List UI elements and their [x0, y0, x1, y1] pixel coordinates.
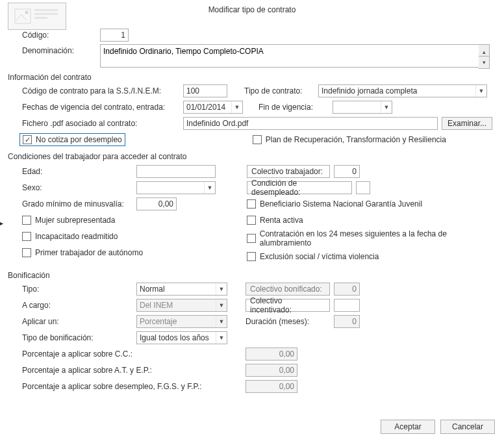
colectivo-trab-button[interactable]: Colectivo trabajador:: [247, 165, 330, 178]
aceptar-button[interactable]: Aceptar: [381, 420, 435, 434]
checkbox-icon: [247, 252, 256, 261]
bon-tipo-select[interactable]: Normal ▼: [136, 283, 227, 296]
aplicar-select: Porcentaje ▼: [136, 315, 227, 328]
col-bonif-label: Colectivo bonificado:: [246, 283, 330, 296]
contratacion24-checkbox[interactable]: Contratación en los 24 meses siguientes …: [247, 229, 496, 247]
chevron-down-icon: ▼: [475, 85, 486, 97]
fecha-entrada-value: 01/01/2014: [184, 103, 231, 112]
tipo-bonif-value: Igual todos los años: [137, 333, 216, 342]
svg-rect-4: [34, 17, 47, 19]
pct-cc-input: [246, 348, 297, 361]
template-icon: [8, 3, 66, 30]
checkbox-icon: [22, 248, 31, 257]
svg-rect-2: [34, 9, 58, 11]
chevron-down-icon: ▼: [204, 182, 215, 194]
grado-input[interactable]: [136, 197, 177, 210]
duracion-input: [334, 315, 360, 328]
sexo-label: Sexo:: [22, 183, 136, 192]
checkbox-icon: [247, 199, 256, 209]
fichero-input[interactable]: [183, 117, 438, 130]
plan-checkbox[interactable]: Plan de Recuperación, Transformación y R…: [253, 135, 446, 144]
incapacitado-label: Incapacitado readmitido: [35, 232, 118, 241]
bon-tipo-value: Normal: [137, 285, 216, 294]
mujer-checkbox[interactable]: Mujer subrepresentada: [22, 216, 115, 225]
col-incent-input[interactable]: [334, 299, 360, 312]
exclusion-checkbox[interactable]: Exclusión social / víctima violencia: [247, 252, 379, 261]
acargo-label: A cargo:: [22, 301, 136, 310]
svg-point-1: [25, 11, 29, 14]
tipo-bonif-label: Tipo de bonificación:: [22, 333, 136, 342]
colectivo-trab-input[interactable]: [334, 165, 360, 178]
mujer-label: Mujer subrepresentada: [35, 216, 115, 225]
acargo-value: Del INEM: [137, 301, 216, 310]
chevron-down-icon: ▼: [216, 316, 227, 327]
section-condiciones: Condiciones del trabajador para acceder …: [8, 152, 496, 161]
aplicar-value: Porcentaje: [137, 317, 216, 326]
fin-vigencia-select[interactable]: ▼: [333, 101, 392, 114]
edad-label: Edad:: [22, 167, 136, 176]
pct-des-input: [246, 380, 297, 393]
contratacion24-label: Contratación en los 24 meses siguientes …: [260, 229, 496, 247]
fecha-entrada-select[interactable]: 01/01/2014 ▼: [183, 101, 243, 114]
grado-label: Grado mínimo de minusvalía:: [22, 199, 136, 209]
plan-label: Plan de Recuperación, Transformación y R…: [266, 135, 446, 144]
edad-input[interactable]: [136, 165, 216, 178]
renta-label: Renta activa: [260, 216, 303, 225]
codigo-ss-label: Código de contrato para la S.S./I.N.E.M:: [22, 86, 183, 95]
incapacitado-checkbox[interactable]: Incapacitado readmitido: [22, 232, 118, 241]
cancelar-button[interactable]: Cancelar: [440, 420, 495, 434]
svg-rect-3: [34, 13, 58, 15]
tipo-contrato-select[interactable]: Indefinido jornada completa ▼: [318, 84, 487, 97]
codigo-input[interactable]: [100, 29, 129, 42]
col-bonif-input: [334, 283, 360, 296]
renta-checkbox[interactable]: Renta activa: [247, 216, 303, 225]
scroll-down-button[interactable]: ▾: [479, 56, 490, 69]
chevron-down-icon: ▼: [216, 299, 227, 311]
codigo-label: Código:: [22, 31, 100, 40]
chevron-down-icon: ▼: [216, 332, 227, 344]
tipo-bonif-select[interactable]: Igual todos los años ▼: [136, 331, 227, 344]
denominacion-label: Denominación:: [22, 44, 100, 55]
checkbox-icon: [247, 234, 256, 243]
no-cotiza-label: No cotiza por desempleo: [36, 135, 122, 144]
fin-vigencia-label: Fin de vigencia:: [258, 103, 333, 112]
expand-arrow-icon[interactable]: ▸: [0, 220, 5, 227]
beneficiario-checkbox[interactable]: Beneficiario Sistema Nacional Garantía J…: [247, 199, 422, 209]
tipo-contrato-label: Tipo de contrato:: [244, 86, 318, 95]
pct-cc-label: Porcentaje a aplicar sobre C.C.:: [22, 349, 246, 359]
pct-at-input: [246, 364, 297, 377]
acargo-select: Del INEM ▼: [136, 299, 227, 312]
section-bonificacion: Bonificación: [8, 271, 496, 280]
exclusion-label: Exclusión social / víctima violencia: [260, 252, 379, 261]
duracion-label: Duración (meses):: [246, 317, 334, 326]
col-incent-button[interactable]: Colectivo incentivado:: [246, 299, 330, 312]
denominacion-textarea[interactable]: Indefinido Ordinario, Tiempo Completo-CO…: [100, 44, 488, 68]
dialog-title: Modificar tipo de contrato: [0, 0, 504, 19]
section-info: Información del contrato: [8, 73, 496, 82]
fechas-label: Fechas de vigencia del contrato, entrada…: [22, 103, 183, 112]
pct-des-label: Porcentaje a aplicar sobre desempleo, F.…: [22, 382, 246, 391]
chevron-down-icon: ▼: [381, 101, 392, 113]
cond-desemp-button[interactable]: Condición de desempleado:: [247, 181, 352, 194]
no-cotiza-checkbox[interactable]: No cotiza por desempleo: [23, 135, 122, 144]
beneficiario-label: Beneficiario Sistema Nacional Garantía J…: [260, 199, 422, 209]
cond-desemp-input[interactable]: [356, 181, 370, 194]
bon-tipo-label: Tipo:: [22, 285, 136, 294]
checkbox-icon: [22, 216, 31, 225]
checkbox-icon: [247, 216, 256, 225]
sexo-select[interactable]: ▼: [136, 181, 216, 194]
aplicar-label: Aplicar un:: [22, 317, 136, 326]
checkbox-icon: [253, 135, 262, 144]
primer-label: Primer trabajador de autónomo: [35, 248, 143, 257]
fichero-label: Fichero .pdf asociado al contrato:: [22, 119, 183, 128]
checkbox-icon: [23, 135, 32, 144]
checkbox-icon: [22, 232, 31, 241]
primer-checkbox[interactable]: Primer trabajador de autónomo: [22, 248, 143, 257]
chevron-down-icon: ▼: [231, 101, 242, 113]
tipo-contrato-value: Indefinido jornada completa: [319, 86, 475, 95]
pct-at-label: Porcentaje a aplicar sobre A.T. y E.P.:: [22, 366, 246, 375]
codigo-ss-input[interactable]: [183, 84, 227, 97]
chevron-down-icon: ▼: [216, 283, 227, 295]
examinar-button[interactable]: Examinar...: [442, 117, 492, 130]
